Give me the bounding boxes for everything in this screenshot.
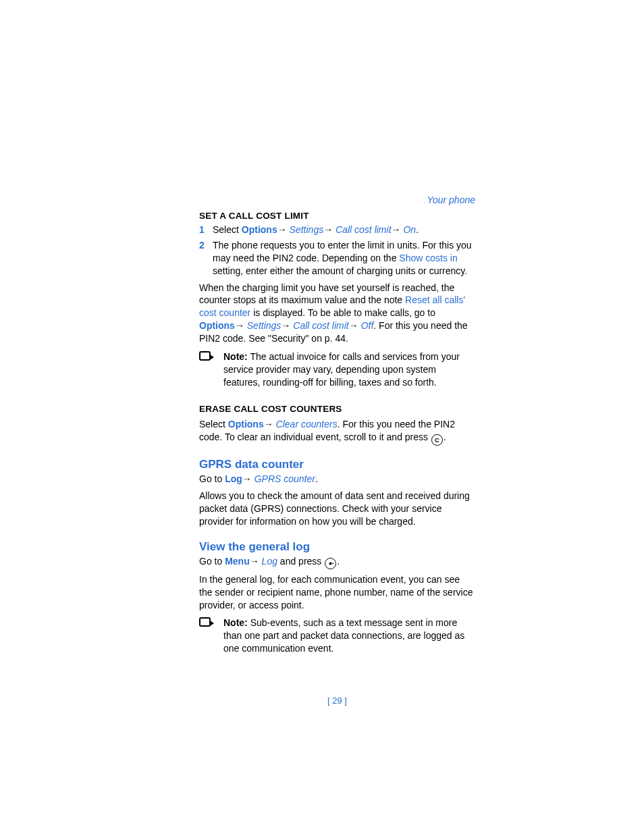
arrow-icon: → bbox=[281, 320, 293, 331]
paragraph: Allows you to check the amount of data s… bbox=[199, 490, 475, 528]
page-number: [ 29 ] bbox=[199, 696, 475, 706]
heading-view-general-log: View the general log bbox=[199, 540, 475, 554]
heading-gprs-data-counter: GPRS data counter bbox=[199, 458, 475, 471]
note-icon bbox=[199, 617, 223, 655]
arrow-icon: → bbox=[277, 224, 290, 235]
step-number: 1 bbox=[199, 224, 213, 236]
list-item: 1 Select Options→ Settings→ Call cost li… bbox=[199, 224, 475, 236]
numbered-list: 1 Select Options→ Settings→ Call cost li… bbox=[199, 224, 475, 278]
svg-point-1 bbox=[329, 562, 332, 565]
text: Sub-events, such as a text message sent … bbox=[223, 617, 464, 654]
text: is displayed. To be able to make calls, … bbox=[250, 307, 435, 318]
text: The actual invoice for calls and service… bbox=[223, 351, 460, 388]
off-link[interactable]: Off bbox=[361, 320, 374, 331]
svg-rect-2 bbox=[200, 618, 210, 626]
show-costs-in-link[interactable]: Show costs in bbox=[399, 253, 457, 263]
heading-erase-call-cost-counters: ERASE CALL COST COUNTERS bbox=[199, 404, 475, 414]
settings-link[interactable]: Settings bbox=[290, 224, 324, 235]
call-cost-limit-link[interactable]: Call cost limit bbox=[336, 224, 391, 235]
text: Go to bbox=[199, 556, 225, 567]
step-body: Select Options→ Settings→ Call cost limi… bbox=[213, 224, 475, 236]
options-link[interactable]: Options bbox=[228, 419, 264, 429]
options-link[interactable]: Options bbox=[242, 224, 277, 235]
text: setting, enter either the amount of char… bbox=[213, 265, 467, 276]
text: . bbox=[315, 473, 318, 484]
options-link[interactable]: Options bbox=[199, 320, 235, 331]
paragraph: Go to Menu→ Log and press . bbox=[199, 555, 475, 569]
note-block: Note: The actual invoice for calls and s… bbox=[199, 350, 475, 389]
on-link[interactable]: On bbox=[403, 224, 416, 235]
step-number: 2 bbox=[199, 239, 213, 278]
paragraph: In the general log, for each communicati… bbox=[199, 573, 475, 612]
arrow-icon: → bbox=[392, 224, 404, 235]
note-label: Note: bbox=[223, 351, 248, 362]
arrow-icon: → bbox=[323, 224, 336, 235]
heading-set-call-cost-limit: SET A CALL COST LIMIT bbox=[199, 211, 475, 221]
text: Select bbox=[199, 419, 228, 429]
arrow-icon: → bbox=[235, 320, 247, 331]
call-cost-limit-link[interactable]: Call cost limit bbox=[293, 320, 348, 331]
settings-link[interactable]: Settings bbox=[247, 320, 281, 331]
arrow-icon: → bbox=[264, 419, 276, 429]
clear-counters-link[interactable]: Clear counters bbox=[276, 419, 338, 429]
page: Your phone SET A CALL COST LIMIT 1 Selec… bbox=[0, 0, 644, 746]
text: . bbox=[444, 432, 446, 442]
step-body: The phone requests you to enter the limi… bbox=[213, 239, 475, 278]
note-label: Note: bbox=[223, 617, 248, 628]
paragraph: When the charging limit you have set you… bbox=[199, 282, 475, 345]
paragraph: Go to Log→ GPRS counter. bbox=[199, 473, 475, 486]
menu-link[interactable]: Menu bbox=[225, 556, 250, 567]
text: Select bbox=[213, 224, 242, 235]
paragraph: Select Options→ Clear counters. For this… bbox=[199, 418, 475, 446]
note-icon bbox=[199, 350, 223, 389]
note-text: Note: Sub-events, such as a text message… bbox=[223, 617, 475, 655]
text: and press bbox=[277, 556, 324, 567]
section-header: Your phone bbox=[427, 194, 475, 205]
nav-key-icon bbox=[325, 558, 336, 569]
log-link[interactable]: Log bbox=[225, 473, 242, 484]
note-text: Note: The actual invoice for calls and s… bbox=[223, 350, 475, 389]
note-block: Note: Sub-events, such as a text message… bbox=[199, 617, 475, 655]
text: Go to bbox=[199, 473, 225, 484]
arrow-icon: → bbox=[250, 556, 262, 567]
svg-rect-0 bbox=[200, 352, 210, 360]
list-item: 2 The phone requests you to enter the li… bbox=[199, 239, 475, 278]
text: . bbox=[416, 224, 419, 235]
c-key-icon: C bbox=[431, 434, 443, 446]
text: . bbox=[337, 556, 340, 567]
arrow-icon: → bbox=[242, 473, 254, 484]
gprs-counter-link[interactable]: GPRS counter bbox=[254, 473, 315, 484]
log-link[interactable]: Log bbox=[262, 556, 277, 567]
arrow-icon: → bbox=[349, 320, 361, 331]
